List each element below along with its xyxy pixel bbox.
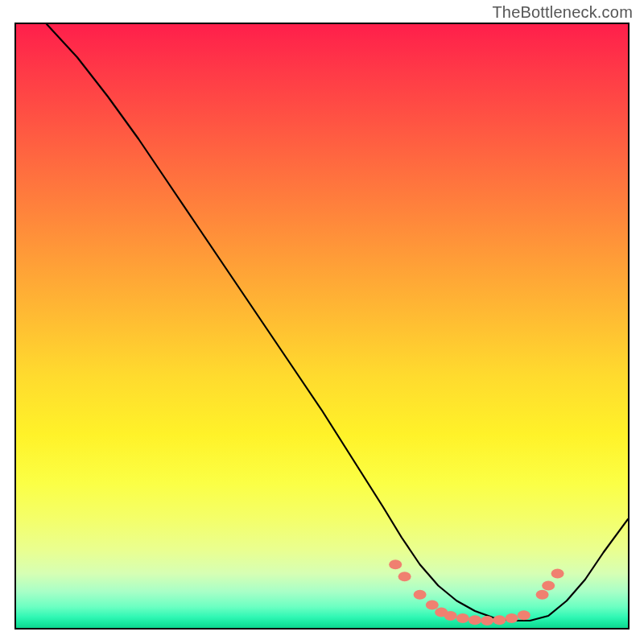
marker-group: [389, 559, 564, 625]
data-marker: [506, 613, 518, 623]
data-marker: [426, 601, 439, 610]
chart-container: TheBottleneck.com: [0, 0, 644, 644]
data-marker: [398, 572, 411, 581]
data-marker: [551, 569, 564, 579]
data-marker: [456, 613, 469, 623]
data-marker: [469, 615, 481, 625]
chart-overlay: [16, 24, 628, 628]
curve-line: [47, 24, 628, 621]
data-marker: [389, 559, 402, 569]
data-marker: [542, 581, 555, 591]
data-marker: [536, 590, 549, 600]
data-marker: [444, 611, 457, 621]
attribution-label: TheBottleneck.com: [492, 3, 633, 22]
data-marker: [414, 590, 427, 600]
data-marker: [493, 615, 506, 625]
data-marker: [481, 616, 493, 625]
data-marker: [518, 610, 530, 620]
plot-area: [14, 23, 630, 630]
